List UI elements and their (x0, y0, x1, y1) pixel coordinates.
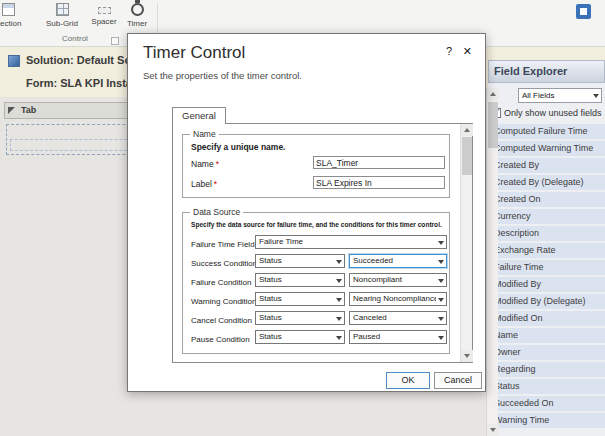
field-explorer-panel: Field Explorer All Fields Only show unus… (488, 60, 605, 436)
scroll-down-icon[interactable] (487, 424, 499, 436)
field-list-item[interactable]: Created On (488, 192, 605, 207)
field-label: Name (191, 159, 214, 169)
chevron-down-icon (438, 336, 444, 340)
field-list-item[interactable]: Name (488, 328, 605, 343)
condition-dropdown[interactable]: Nearing Noncompliance (349, 292, 447, 306)
condition-dropdown[interactable]: Succeeded (349, 254, 447, 268)
ribbon-button-0[interactable]: Section (0, 3, 28, 37)
dropdown-value: Failure Time (259, 236, 436, 248)
field-list-item[interactable]: Computed Failure Time (488, 124, 605, 139)
condition-dropdown[interactable]: Noncompliant (349, 273, 447, 287)
scroll-down-icon[interactable] (461, 350, 473, 362)
field-label: Failure Condition (191, 278, 251, 287)
field-list-item[interactable]: Owner (488, 345, 605, 360)
name-field-row: Name* (191, 153, 445, 173)
field-label: Success Condition (191, 259, 257, 268)
data-source-row: Warning ConditionStatusNearing Noncompli… (191, 290, 445, 309)
chevron-down-icon (438, 298, 444, 302)
field-list-item[interactable]: Created By (Delegate) (488, 175, 605, 190)
field-list-item[interactable]: Description (488, 226, 605, 241)
field-list-item[interactable]: Status (488, 379, 605, 394)
scroll-up-icon[interactable] (487, 88, 499, 100)
data-source-section: Data Source Specify the data source for … (182, 212, 450, 354)
field-list-item[interactable]: Modified On (488, 311, 605, 326)
screen: SectionSub-GridSpacerTimer Control Solut… (0, 0, 605, 436)
scrollbar-thumb[interactable] (488, 102, 498, 148)
unused-fields-label: Only show unused fields (504, 108, 602, 118)
data-source-row: Failure Time Field*Failure Time (191, 233, 445, 252)
canvas-scrollbar[interactable] (486, 88, 498, 436)
close-icon[interactable]: ✕ (463, 45, 472, 58)
field-list-item[interactable]: Succeeded On (488, 396, 605, 411)
text-input[interactable] (313, 156, 445, 169)
data-source-rows: Failure Time Field*Failure TimeSuccess C… (191, 233, 445, 347)
field-list-item[interactable]: Computed Warning Time (488, 141, 605, 156)
required-marker: * (214, 179, 217, 189)
timer-icon (131, 3, 144, 16)
dropdown-value: Status (259, 274, 334, 286)
field-label: Label (191, 179, 212, 189)
chevron-down-icon (438, 241, 444, 245)
data-source-row: Success Condition*StatusSucceeded (191, 252, 445, 271)
condition-dropdown[interactable]: Failure Time (255, 235, 447, 249)
ribbon-button-label: Timer (127, 19, 147, 28)
data-source-row: Failure ConditionStatusNoncompliant (191, 271, 445, 290)
condition-dropdown[interactable]: Canceled (349, 311, 447, 325)
data-source-row: Cancel ConditionStatusCanceled (191, 309, 445, 328)
required-marker: * (216, 159, 219, 169)
chevron-down-icon (336, 317, 342, 321)
name-section: Name Specify a unique name. Name*Label* (182, 134, 450, 198)
chevron-down-icon (336, 260, 342, 264)
dropdown-value: Status (259, 293, 334, 305)
dialog-scrollbar[interactable] (460, 124, 472, 362)
ok-button[interactable]: OK (386, 372, 430, 389)
condition-dropdown[interactable]: Status (255, 254, 345, 268)
field-list-item[interactable]: Regarding (488, 362, 605, 377)
ribbon-button-1[interactable]: Sub-Grid (42, 3, 82, 37)
dialog-content: Name Specify a unique name. Name*Label* … (172, 123, 473, 363)
scroll-up-icon[interactable] (461, 124, 473, 136)
chevron-down-icon (438, 279, 444, 283)
condition-dropdown[interactable]: Status (255, 292, 345, 306)
dropdown-value: Paused (353, 331, 436, 343)
ribbon-button-3[interactable]: Timer (117, 3, 157, 37)
condition-dropdown[interactable]: Status (255, 273, 345, 287)
scrollbar-thumb[interactable] (462, 137, 472, 175)
subgrid-icon (56, 3, 69, 16)
form-tab-label: Tab (21, 105, 36, 115)
field-list-item[interactable]: Modified By (Delegate) (488, 294, 605, 309)
field-list-item[interactable]: Modified By (488, 277, 605, 292)
field-filter-dropdown[interactable]: All Fields (518, 88, 602, 103)
ribbon-button-label: Section (0, 19, 21, 28)
section-icon (2, 3, 15, 16)
chevron-down-icon (438, 260, 444, 264)
condition-dropdown[interactable]: Paused (349, 330, 447, 344)
condition-dropdown[interactable]: Status (255, 330, 345, 344)
form-label: Form: SLA KPI Insta (26, 77, 132, 89)
text-input[interactable] (313, 176, 445, 189)
field-list-item[interactable]: Exchange Rate (488, 243, 605, 258)
field-list-item[interactable]: Warning Time (488, 413, 605, 428)
condition-dropdown[interactable]: Status (255, 311, 345, 325)
field-label: Failure Time Field (191, 240, 255, 249)
dialog-subtitle: Set the properties of the timer control. (143, 70, 302, 81)
cancel-button[interactable]: Cancel (434, 372, 482, 389)
field-list-item[interactable]: Currency (488, 209, 605, 224)
chevron-down-icon (593, 94, 599, 98)
dropdown-value: Status (259, 312, 334, 324)
dropdown-value: Noncompliant (353, 274, 436, 286)
field-list: Computed Failure TimeComputed Warning Ti… (488, 124, 605, 430)
field-label: Pause Condition (191, 335, 250, 344)
group-launcher-icon[interactable] (111, 37, 119, 45)
tab-general[interactable]: General (172, 107, 226, 124)
chevron-down-icon (438, 317, 444, 321)
field-list-item[interactable]: Failure Time (488, 260, 605, 275)
chevron-down-icon (336, 279, 342, 283)
field-list-item[interactable]: Created By (488, 158, 605, 173)
name-instruction: Specify a unique name. (191, 142, 285, 152)
ribbon-tool-icon[interactable] (576, 4, 591, 19)
dialog-title: Timer Control (143, 43, 245, 63)
dropdown-value: Nearing Noncompliance (353, 293, 436, 305)
chevron-down-icon (336, 336, 342, 340)
help-icon[interactable]: ? (446, 45, 452, 57)
